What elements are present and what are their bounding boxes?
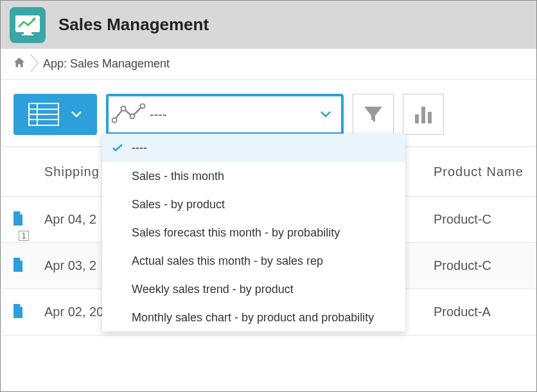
app-logo-icon: [10, 7, 46, 43]
breadcrumb: App: Sales Management: [1, 49, 536, 80]
graph-select-dropdown[interactable]: ----: [106, 94, 344, 135]
column-header-product[interactable]: Product Name: [425, 165, 536, 179]
app-title: Sales Management: [58, 15, 209, 35]
home-icon[interactable]: [12, 56, 26, 73]
dropdown-item[interactable]: Monthly sales chart - by product and pro…: [102, 303, 405, 332]
svg-point-11: [130, 114, 135, 119]
table-view-button[interactable]: [13, 94, 97, 135]
graph-dropdown-menu: ---- Sales - this month Sales - by produ…: [102, 134, 405, 332]
bar-chart-icon: [412, 103, 435, 126]
toolbar: ---- ---- Sales - this month Sa: [1, 80, 536, 147]
dropdown-item-label: Actual sales this month - by sales rep: [132, 254, 323, 268]
chevron-down-icon: [310, 111, 341, 118]
dropdown-item-label: Monthly sales chart - by product and pro…: [132, 311, 374, 325]
page-icon: [12, 304, 24, 321]
funnel-icon: [362, 103, 385, 126]
cell-product-name: Product-A: [425, 305, 536, 319]
dropdown-item[interactable]: Sales forecast this month - by probabili…: [102, 218, 405, 247]
svg-rect-15: [428, 112, 432, 123]
cell-product-name: Product-C: [425, 212, 536, 227]
table-icon: [28, 103, 59, 126]
dropdown-item-label: Sales - by product: [132, 198, 225, 211]
dropdown-item-label: Weekly sales trend - by product: [132, 283, 294, 296]
svg-rect-14: [421, 107, 425, 123]
page-icon: [12, 258, 24, 274]
graph-select-value: ----: [150, 107, 310, 122]
svg-rect-13: [415, 114, 419, 123]
dropdown-item-label: ----: [132, 141, 147, 155]
chevron-down-icon: [71, 111, 82, 118]
check-icon: [111, 143, 124, 152]
page-icon: [12, 211, 24, 228]
dropdown-item[interactable]: Sales - this month: [102, 162, 405, 190]
dropdown-item[interactable]: Weekly sales trend - by product: [102, 275, 405, 303]
app-header: Sales Management: [1, 1, 536, 49]
dropdown-item-label: Sales forecast this month - by probabili…: [132, 226, 340, 240]
filter-button[interactable]: [353, 94, 394, 135]
cell-product-name: Product-C: [425, 258, 536, 273]
row-badge: 1: [19, 231, 29, 241]
svg-rect-2: [24, 32, 31, 34]
svg-point-9: [112, 118, 117, 123]
svg-point-12: [141, 104, 145, 109]
chart-button[interactable]: [403, 94, 444, 135]
breadcrumb-current[interactable]: App: Sales Management: [43, 57, 170, 71]
line-graph-icon: [109, 103, 150, 125]
dropdown-item[interactable]: ----: [102, 134, 405, 162]
dropdown-item-label: Sales - this month: [132, 170, 224, 183]
svg-point-10: [121, 107, 126, 111]
dropdown-item[interactable]: Sales - by product: [102, 190, 405, 218]
breadcrumb-separator-icon: [30, 54, 39, 75]
svg-rect-3: [22, 34, 33, 35]
dropdown-item[interactable]: Actual sales this month - by sales rep: [102, 247, 405, 275]
